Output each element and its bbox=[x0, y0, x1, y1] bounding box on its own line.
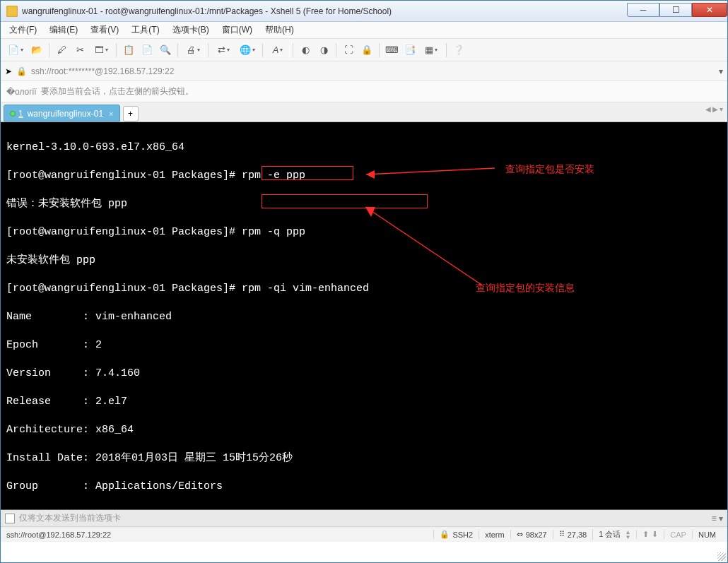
status-term: xterm bbox=[485, 531, 505, 539]
annotation-box-1 bbox=[262, 166, 353, 180]
menu-edit[interactable]: 编辑(E) bbox=[47, 23, 81, 37]
font-button[interactable]: A bbox=[267, 42, 288, 58]
menubar: 文件(F) 编辑(E) 查看(V) 工具(T) 选项卡(B) 窗口(W) 帮助(… bbox=[1, 22, 727, 39]
fullscreen-button[interactable]: ⛶ bbox=[341, 42, 356, 58]
hint-icon: �ології bbox=[6, 87, 37, 97]
add-tab-button[interactable]: + bbox=[123, 106, 139, 122]
toolbar: 📄 📂 🖊 ✂ 🗔 📋 📄 🔍 🖨 ⇄ 🌐 A ◐ ◑ ⛶ 🔒 ⌨ 📑 ▦ ❔ bbox=[1, 39, 727, 61]
open-button[interactable]: 📂 bbox=[29, 42, 45, 58]
download-icon[interactable]: ⬇ bbox=[652, 530, 658, 539]
minimize-button[interactable]: ─ bbox=[627, 3, 659, 17]
properties-button[interactable]: 🗔 bbox=[90, 42, 112, 58]
menu-file[interactable]: 文件(F) bbox=[6, 23, 40, 37]
xftp-button[interactable]: 🌐 bbox=[237, 42, 258, 58]
annotation-text-1: 查询指定包是否安装 bbox=[505, 162, 594, 176]
tab-list-icon[interactable]: ▾ bbox=[720, 105, 723, 113]
paste-button[interactable]: 📄 bbox=[139, 42, 155, 58]
annotation-arrow-2 bbox=[354, 201, 495, 290]
status-proto: SSH2 bbox=[452, 531, 473, 539]
send-placeholder[interactable]: 仅将文本发送到当前选项卡 bbox=[19, 512, 121, 524]
size-icon: ⇔ bbox=[517, 530, 523, 539]
annotation-arrow-1 bbox=[353, 165, 502, 183]
hint-text: 要添加当前会话，点击左侧的箭头按钮。 bbox=[41, 85, 194, 97]
terminal-line: Epoch : 2 bbox=[6, 338, 722, 352]
status-size: 98x27 bbox=[526, 531, 547, 539]
terminal-line: Install Date: 2018年01月03日 星期三 15时15分26秒 bbox=[6, 451, 722, 466]
send-checkbox[interactable] bbox=[5, 514, 15, 523]
status-connection: ssh://root@192.168.57.129:22 bbox=[6, 531, 433, 539]
status-bar: ssh://root@192.168.57.129:22 🔒SSH2 xterm… bbox=[1, 526, 727, 542]
terminal-line: Version : 7.4.160 bbox=[6, 367, 722, 381]
status-num: NUM bbox=[698, 531, 716, 539]
status-cap: CAP bbox=[670, 531, 686, 539]
address-url[interactable]: ssh://root:********@192.168.57.129:22 bbox=[31, 66, 715, 76]
reconnect-button[interactable]: 🖊 bbox=[54, 42, 69, 58]
addr-add-icon[interactable]: ➤ bbox=[5, 66, 12, 76]
terminal-line: kernel-3.10.0-693.el7.x86_64 bbox=[6, 141, 722, 155]
menu-tabs[interactable]: 选项卡(B) bbox=[170, 23, 212, 37]
window-title: wangruifenglinux-01 - root@wangruifengli… bbox=[22, 6, 627, 16]
upload-icon[interactable]: ⬆ bbox=[642, 530, 649, 539]
status-cursor: 27,38 bbox=[568, 531, 587, 539]
terminal-line: Size : 2292098 bbox=[6, 508, 722, 509]
help-button[interactable]: ❔ bbox=[451, 42, 466, 58]
find-button[interactable]: 🔍 bbox=[158, 42, 173, 58]
titlebar: wangruifenglinux-01 - root@wangruifengli… bbox=[1, 1, 727, 22]
terminal[interactable]: kernel-3.10.0-693.el7.x86_64 [root@wangr… bbox=[1, 122, 727, 509]
tab-number: 1 bbox=[18, 109, 23, 119]
transfer-button[interactable]: ⇄ bbox=[213, 42, 234, 58]
address-bar: ➤ 🔒 ssh://root:********@192.168.57.129:2… bbox=[1, 61, 727, 81]
svg-line-0 bbox=[366, 168, 495, 174]
tab-strip: 1 wangruifenglinux-01 × + ◀ ▶ ▾ bbox=[1, 102, 727, 122]
tab-prev-icon[interactable]: ◀ bbox=[705, 105, 711, 113]
status-dot-icon bbox=[10, 111, 16, 117]
terminal-line: Release : 2.el7 bbox=[6, 395, 722, 409]
color-button[interactable]: ◑ bbox=[316, 42, 331, 58]
terminal-line: Group : Applications/Editors bbox=[6, 480, 722, 494]
tab-session-1[interactable]: 1 wangruifenglinux-01 × bbox=[4, 105, 120, 122]
script-button[interactable]: ◐ bbox=[298, 42, 313, 58]
close-button[interactable]: ✕ bbox=[692, 3, 727, 17]
tab-label: wangruifenglinux-01 bbox=[28, 109, 103, 119]
copy-button[interactable]: 📋 bbox=[121, 42, 136, 58]
tab-next-icon[interactable]: ▶ bbox=[712, 105, 718, 113]
terminal-line: Architecture: x86_64 bbox=[6, 423, 722, 437]
keyboard-button[interactable]: ⌨ bbox=[384, 42, 399, 58]
svg-line-2 bbox=[365, 207, 481, 285]
log-button[interactable]: 📑 bbox=[402, 42, 418, 58]
menu-view[interactable]: 查看(V) bbox=[88, 23, 122, 37]
new-session-button[interactable]: 📄 bbox=[5, 42, 26, 58]
svg-marker-1 bbox=[366, 170, 375, 179]
print-button[interactable]: 🖨 bbox=[182, 42, 204, 58]
send-menu-icon[interactable]: ≡ ▾ bbox=[712, 514, 723, 523]
lock-icon: 🔒 bbox=[16, 66, 27, 76]
disconnect-button[interactable]: ✂ bbox=[72, 42, 88, 58]
resize-grip[interactable] bbox=[717, 552, 726, 561]
tab-close-icon[interactable]: × bbox=[109, 109, 113, 118]
status-sessions: 1 会话 bbox=[599, 529, 621, 540]
lock-button[interactable]: 🔒 bbox=[359, 42, 375, 58]
menu-tools[interactable]: 工具(T) bbox=[129, 23, 162, 37]
menu-window[interactable]: 窗口(W) bbox=[219, 23, 255, 37]
maximize-button[interactable]: ☐ bbox=[659, 3, 692, 17]
terminal-line: Name : vim-enhanced bbox=[6, 310, 722, 324]
send-bar: 仅将文本发送到当前选项卡 ≡ ▾ bbox=[1, 509, 727, 526]
ssh-lock-icon: 🔒 bbox=[440, 530, 450, 539]
annotation-text-2: 查询指定包的安装信息 bbox=[476, 280, 575, 295]
cursor-icon: ⠿ bbox=[559, 530, 565, 539]
address-dropdown-icon[interactable]: ▾ bbox=[719, 66, 723, 76]
svg-marker-3 bbox=[365, 207, 375, 217]
menu-help[interactable]: 帮助(H) bbox=[262, 23, 297, 37]
app-icon bbox=[6, 6, 18, 17]
hint-bar: �ології 要添加当前会话，点击左侧的箭头按钮。 bbox=[1, 81, 727, 102]
layout-button[interactable]: ▦ bbox=[421, 42, 442, 58]
